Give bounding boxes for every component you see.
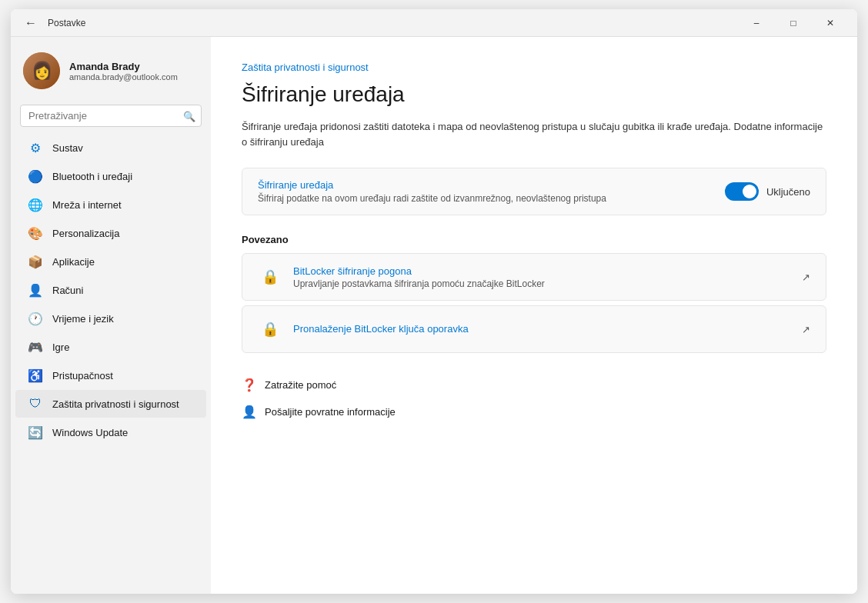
nav-label-privacy: Zaštita privatnosti i sigurnost bbox=[52, 398, 179, 410]
nav-label-update: Windows Update bbox=[52, 427, 128, 438]
bottom-link-label-feedback: Pošaljite povratne informacije bbox=[265, 406, 396, 418]
minimize-button[interactable]: – bbox=[739, 9, 774, 37]
card-text-bitlocker: BitLocker šifriranje pogona Upravljanje … bbox=[293, 265, 545, 289]
avatar-image: 👩 bbox=[23, 52, 60, 89]
sidebar-item-privacy[interactable]: 🛡 Zaštita privatnosti i sigurnost bbox=[15, 390, 206, 418]
encryption-controls: Uključeno bbox=[725, 182, 810, 201]
bottom-link-help[interactable]: ❓ Zatražite pomoć bbox=[242, 371, 826, 398]
sidebar-item-apps[interactable]: 📦 Aplikacije bbox=[15, 248, 206, 275]
nav-icon-system: ⚙ bbox=[28, 140, 43, 155]
card-icon-bitlocker: 🔒 bbox=[258, 265, 282, 289]
search-input[interactable] bbox=[20, 105, 202, 127]
nav-label-accessibility: Pristupačnost bbox=[52, 370, 113, 381]
encryption-toggle[interactable] bbox=[725, 182, 759, 201]
encryption-desc: Šifriraj podatke na ovom uređaju radi za… bbox=[258, 193, 725, 204]
user-section: 👩 Amanda Brady amanda.brady@outlook.com bbox=[11, 46, 211, 102]
sidebar-item-accounts[interactable]: 👤 Računi bbox=[15, 276, 206, 304]
bottom-link-icon-feedback: 👤 bbox=[242, 405, 257, 419]
sidebar-item-update[interactable]: 🔄 Windows Update bbox=[15, 418, 206, 446]
nav-label-bluetooth: Bluetooth i uređaji bbox=[52, 171, 132, 182]
nav-icon-accessibility: ♿ bbox=[28, 368, 43, 383]
nav-label-accounts: Računi bbox=[52, 285, 83, 296]
user-info: Amanda Brady amanda.brady@outlook.com bbox=[69, 61, 178, 82]
nav-icon-accounts: 👤 bbox=[28, 282, 43, 298]
nav-icon-privacy: 🛡 bbox=[28, 396, 43, 411]
nav-icon-update: 🔄 bbox=[28, 425, 43, 440]
nav-label-system: Sustav bbox=[52, 142, 83, 154]
search-box: 🔍 bbox=[20, 105, 202, 127]
nav-icon-network: 🌐 bbox=[28, 197, 43, 212]
bottom-link-label-help: Zatražite pomoć bbox=[265, 379, 336, 391]
user-email: amanda.brady@outlook.com bbox=[69, 72, 178, 82]
card-item-bitlocker[interactable]: 🔒 BitLocker šifriranje pogona Upravljanj… bbox=[242, 253, 826, 301]
sidebar-item-network[interactable]: 🌐 Mreža i internet bbox=[15, 191, 206, 218]
card-item-left-bitlocker-recovery: 🔒 Pronalaženje BitLocker ključa oporavka bbox=[258, 317, 469, 341]
card-arrow-bitlocker-recovery: ↗ bbox=[802, 324, 810, 335]
nav-label-time: Vrijeme i jezik bbox=[52, 313, 114, 325]
card-item-bitlocker-recovery[interactable]: 🔒 Pronalaženje BitLocker ključa oporavka… bbox=[242, 305, 826, 353]
search-icon: 🔍 bbox=[183, 110, 195, 122]
nav-icon-gaming: 🎮 bbox=[28, 339, 43, 355]
card-title-bitlocker: BitLocker šifriranje pogona bbox=[293, 265, 545, 277]
related-section-title: Povezano bbox=[242, 234, 826, 245]
sidebar-item-gaming[interactable]: 🎮 Igre bbox=[15, 333, 206, 361]
card-list: 🔒 BitLocker šifriranje pogona Upravljanj… bbox=[242, 253, 826, 353]
nav-label-apps: Aplikacije bbox=[52, 256, 95, 268]
content-area: Zaštita privatnosti i sigurnost Šifriran… bbox=[211, 37, 857, 594]
toggle-label: Uključeno bbox=[766, 186, 810, 198]
card-icon-bitlocker-recovery: 🔒 bbox=[258, 317, 282, 341]
maximize-button[interactable]: □ bbox=[776, 9, 811, 37]
nav-icon-bluetooth: 🔵 bbox=[28, 168, 43, 184]
nav-icon-time: 🕐 bbox=[28, 311, 43, 326]
main-layout: 👩 Amanda Brady amanda.brady@outlook.com … bbox=[11, 37, 857, 594]
encryption-title: Šifriranje uređaja bbox=[258, 179, 725, 191]
close-button[interactable]: ✕ bbox=[813, 9, 848, 37]
nav-icon-personalize: 🎨 bbox=[28, 225, 43, 241]
avatar: 👩 bbox=[23, 52, 60, 89]
nav-icon-apps: 📦 bbox=[28, 254, 43, 269]
page-description: Šifriranje uređaja pridonosi zaštiti dat… bbox=[242, 119, 826, 149]
sidebar-item-bluetooth[interactable]: 🔵 Bluetooth i uređaji bbox=[15, 162, 206, 190]
sidebar-item-accessibility[interactable]: ♿ Pristupačnost bbox=[15, 361, 206, 389]
toggle-thumb bbox=[743, 185, 756, 198]
nav-label-network: Mreža i internet bbox=[52, 199, 122, 211]
nav-label-gaming: Igre bbox=[52, 341, 69, 353]
card-title-bitlocker-recovery: Pronalaženje BitLocker ključa oporavka bbox=[293, 323, 469, 335]
page-title: Šifriranje uređaja bbox=[242, 82, 826, 107]
sidebar-item-time[interactable]: 🕐 Vrijeme i jezik bbox=[15, 305, 206, 332]
titlebar: ← Postavke – □ ✕ bbox=[11, 9, 857, 37]
window-title: Postavke bbox=[48, 18, 739, 28]
encryption-info: Šifriranje uređaja Šifriraj podatke na o… bbox=[258, 179, 725, 204]
bottom-link-feedback[interactable]: 👤 Pošaljite povratne informacije bbox=[242, 398, 826, 425]
nav-list: ⚙ Sustav 🔵 Bluetooth i uređaji 🌐 Mreža i… bbox=[11, 133, 211, 447]
card-arrow-bitlocker: ↗ bbox=[802, 272, 810, 283]
card-desc-bitlocker: Upravljanje postavkama šifriranja pomoću… bbox=[293, 278, 545, 289]
sidebar-item-personalize[interactable]: 🎨 Personalizacija bbox=[15, 219, 206, 247]
user-name: Amanda Brady bbox=[69, 61, 178, 72]
window-controls: – □ ✕ bbox=[739, 9, 848, 37]
card-item-left-bitlocker: 🔒 BitLocker šifriranje pogona Upravljanj… bbox=[258, 265, 545, 289]
nav-label-personalize: Personalizacija bbox=[52, 228, 119, 239]
sidebar: 👩 Amanda Brady amanda.brady@outlook.com … bbox=[11, 37, 211, 594]
bottom-links: ❓ Zatražite pomoć 👤 Pošaljite povratne i… bbox=[242, 371, 826, 425]
card-text-bitlocker-recovery: Pronalaženje BitLocker ključa oporavka bbox=[293, 323, 469, 336]
settings-window: ← Postavke – □ ✕ 👩 Amanda Brady amanda.b… bbox=[11, 9, 857, 594]
back-button[interactable]: ← bbox=[20, 12, 42, 34]
encryption-toggle-row: Šifriranje uređaja Šifriraj podatke na o… bbox=[242, 168, 826, 215]
breadcrumb[interactable]: Zaštita privatnosti i sigurnost bbox=[242, 62, 369, 73]
bottom-link-icon-help: ❓ bbox=[242, 378, 257, 392]
sidebar-item-system[interactable]: ⚙ Sustav bbox=[15, 134, 206, 162]
